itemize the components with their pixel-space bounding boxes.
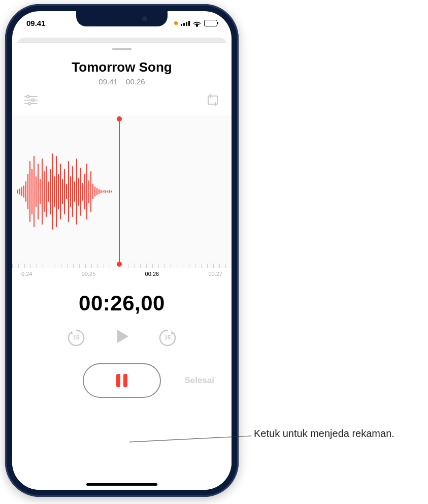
screen: 09.41 Tomorrow Song 09.41 00.26 <box>12 11 232 490</box>
status-right <box>174 20 217 26</box>
skip-back-button[interactable]: 15 <box>65 327 87 348</box>
timer-display: 00:26,00 <box>12 291 232 316</box>
phone-frame: 09.41 Tomorrow Song 09.41 00.26 <box>5 4 239 497</box>
done-button[interactable]: Selesai <box>184 375 214 386</box>
pause-icon <box>116 374 127 387</box>
axis-tick: 00.26 <box>145 271 159 277</box>
pause-button[interactable] <box>83 363 161 398</box>
recording-sheet: Tomorrow Song 09.41 00.26 <box>12 43 232 490</box>
sheet-grabber[interactable] <box>112 48 131 50</box>
callout-text: Ketuk untuk menjeda rekaman. <box>254 427 394 440</box>
skip-forward-button[interactable]: 15 <box>157 327 178 348</box>
waveform <box>12 115 232 268</box>
bottom-row: Selesai <box>12 363 232 405</box>
axis-tick: 00.27 <box>208 271 222 277</box>
svg-point-5 <box>28 103 31 105</box>
notch <box>76 11 168 26</box>
svg-point-1 <box>27 96 29 98</box>
skip-back-amount: 15 <box>73 334 79 340</box>
skip-forward-amount: 15 <box>164 334 171 340</box>
axis-tick: 0.24 <box>21 271 32 277</box>
playback-controls: 15 15 <box>12 327 232 348</box>
recording-meta-time: 09.41 <box>98 77 118 86</box>
playhead[interactable] <box>119 118 120 265</box>
recording-meta-duration: 00.26 <box>126 77 145 86</box>
recording-meta: 09.41 00.26 <box>12 77 232 86</box>
cellular-icon <box>181 20 190 26</box>
time-axis: 0.24 00.25 00.26 00.27 <box>12 268 232 277</box>
recording-indicator-dot <box>174 21 178 25</box>
axis-tick: 00.25 <box>82 271 96 277</box>
svg-point-3 <box>32 99 35 102</box>
battery-icon <box>204 20 217 26</box>
status-time: 09.41 <box>26 19 46 27</box>
recording-title[interactable]: Tomorrow Song <box>12 59 232 75</box>
svg-rect-6 <box>208 96 217 104</box>
settings-icon[interactable] <box>22 93 40 107</box>
home-indicator[interactable] <box>86 483 157 486</box>
trim-icon[interactable] <box>204 93 221 107</box>
wifi-icon <box>193 20 201 26</box>
play-button[interactable] <box>112 327 131 348</box>
tools-row <box>12 86 232 110</box>
waveform-area[interactable] <box>12 115 232 268</box>
